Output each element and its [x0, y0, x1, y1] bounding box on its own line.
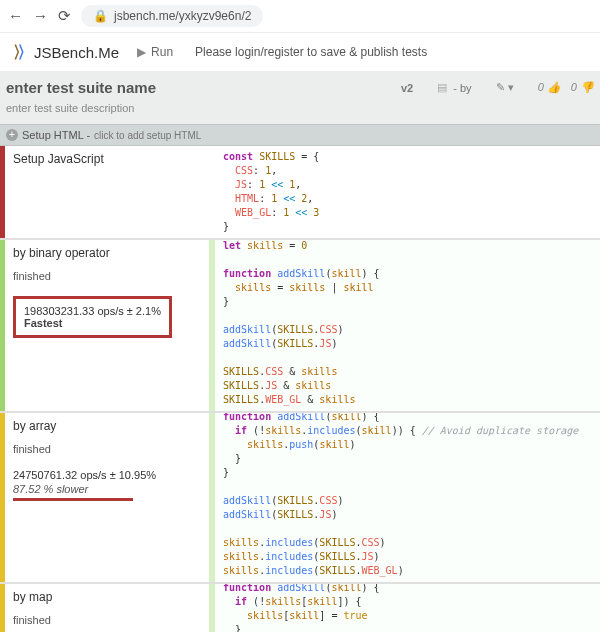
code-editor-test-3[interactable]: function addSkill(skill) { if (!skills[s…: [213, 584, 600, 632]
setup-js-label: Setup JavaScript: [13, 152, 201, 166]
suite-desc-input[interactable]: enter test suite description: [6, 102, 594, 114]
code-editor-test-1[interactable]: let skills = 0 function addSkill(skill) …: [213, 240, 600, 407]
test-status: finished: [13, 443, 201, 455]
test-name[interactable]: by map: [13, 590, 201, 604]
test-name[interactable]: by array: [13, 419, 201, 433]
brand-text: JSBench.Me: [34, 44, 119, 61]
diff-gutter: [209, 584, 215, 632]
forward-icon[interactable]: →: [33, 7, 48, 25]
code-editor-setup[interactable]: const SKILLS = { CSS: 1, JS: 1 << 1, HTM…: [213, 150, 600, 234]
setup-js-block: Setup JavaScript const SKILLS = { CSS: 1…: [0, 146, 600, 240]
browser-toolbar: ← → ⟳ 🔒 jsbench.me/yxkyzv9e6n/2: [0, 0, 600, 33]
back-icon[interactable]: ←: [8, 7, 23, 25]
test-status: finished: [13, 614, 201, 626]
thumbs-up-icon[interactable]: 👍: [544, 81, 561, 93]
test-name[interactable]: by binary operator: [13, 246, 201, 260]
code-editor-test-2[interactable]: function addSkill(skill) { if (!skills.i…: [213, 413, 600, 578]
setup-html-label: Setup HTML -: [22, 129, 90, 141]
logo[interactable]: JSBench.Me: [10, 43, 119, 61]
version-badge: v2: [401, 82, 413, 94]
url-text: jsbench.me/yxkyzv9e6n/2: [114, 9, 251, 23]
test-case-map: by map finished 6045311.33 ops/s ± 1.84%…: [0, 584, 600, 632]
test-case-binary: by binary operator finished 198303231.33…: [0, 240, 600, 413]
slower-pct: 87.52 % slower: [13, 483, 201, 495]
play-icon: ▶: [137, 45, 146, 59]
result-box: 198303231.33 ops/s ± 2.1% Fastest: [13, 296, 172, 338]
app-header: JSBench.Me ▶ Run Please login/register t…: [0, 33, 600, 71]
run-label: Run: [151, 45, 173, 59]
by-label: - by: [453, 82, 471, 94]
run-button[interactable]: ▶ Run: [137, 45, 173, 59]
plus-icon: +: [6, 129, 18, 141]
ops-value: 24750761.32 ops/s ± 10.95%: [13, 469, 201, 481]
logo-icon: [10, 43, 28, 61]
fastest-tag: Fastest: [24, 317, 161, 329]
suite-name-input[interactable]: enter test suite name: [6, 79, 401, 96]
address-bar[interactable]: 🔒 jsbench.me/yxkyzv9e6n/2: [81, 5, 263, 27]
ops-value: 198303231.33 ops/s ± 2.1%: [24, 305, 161, 317]
setup-html-hint: click to add setup HTML: [94, 130, 201, 141]
edit-icon[interactable]: ✎ ▾: [496, 81, 514, 94]
result-underline: [13, 498, 133, 501]
setup-html-header[interactable]: + Setup HTML - click to add setup HTML: [0, 124, 600, 146]
login-message: Please login/register to save & publish …: [195, 45, 427, 59]
thumbs-down-icon[interactable]: 👎: [577, 81, 594, 93]
test-status: finished: [13, 270, 201, 282]
reload-icon[interactable]: ⟳: [58, 7, 71, 25]
suite-header: enter test suite name v2 ▤ - by ✎ ▾ 0 👍 …: [0, 71, 600, 124]
page-icon: ▤: [437, 81, 447, 94]
diff-gutter: [209, 413, 215, 582]
lock-icon: 🔒: [93, 9, 108, 23]
diff-gutter: [209, 240, 215, 411]
test-case-array: by array finished 24750761.32 ops/s ± 10…: [0, 413, 600, 584]
